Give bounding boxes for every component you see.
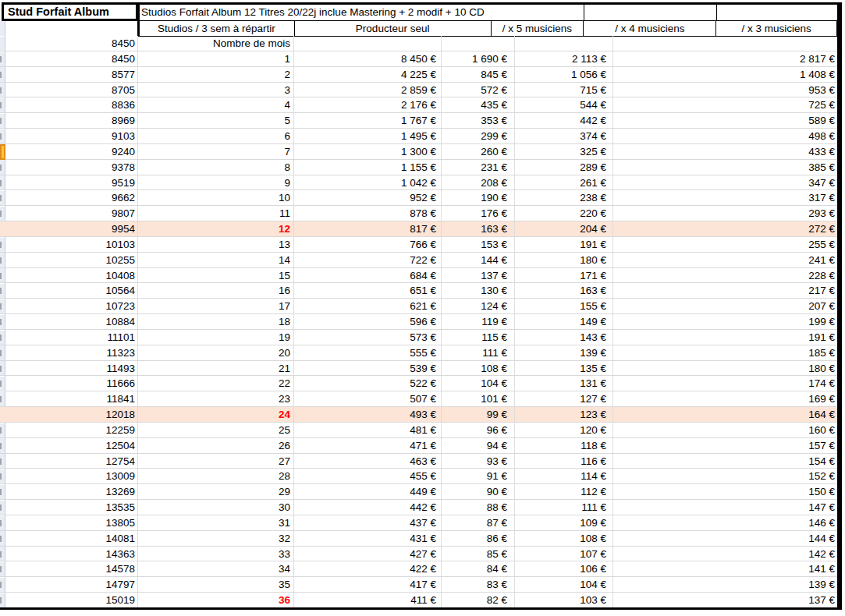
amount-cell[interactable]: 10408 <box>0 268 138 283</box>
amount-cell[interactable]: 13269 <box>0 484 138 499</box>
x5-cell[interactable]: 176 € <box>442 206 515 221</box>
month-cell[interactable]: 35 <box>138 577 294 592</box>
amount-cell[interactable]: 10255 <box>0 253 138 267</box>
month-cell[interactable]: 22 <box>138 376 294 391</box>
x5-cell[interactable]: 90 € <box>442 484 515 499</box>
x5-cell[interactable]: 845 € <box>442 67 515 82</box>
month-cell[interactable]: 26 <box>138 438 294 453</box>
x4-cell[interactable]: 135 € <box>515 361 613 376</box>
x4-cell[interactable]: 109 € <box>515 515 613 530</box>
x4-cell[interactable]: 1 056 € <box>515 67 613 82</box>
month-cell[interactable]: 15 <box>138 268 294 283</box>
x3-cell[interactable]: 147 € <box>613 500 837 515</box>
month-cell[interactable]: 28 <box>138 469 294 483</box>
x5-cell[interactable]: 104 € <box>442 376 515 391</box>
amount-cell[interactable]: 14578 <box>0 561 138 576</box>
x5-cell[interactable]: 144 € <box>442 253 515 267</box>
month-cell[interactable]: 32 <box>138 531 294 546</box>
producer-cell[interactable]: 766 € <box>294 237 442 252</box>
x4-cell[interactable]: 442 € <box>515 113 613 128</box>
month-cell[interactable]: 17 <box>138 299 294 313</box>
month-cell[interactable]: 23 <box>138 391 294 406</box>
x5-cell[interactable]: 208 € <box>442 175 515 190</box>
amount-cell[interactable]: 8705 <box>0 83 138 97</box>
x5-cell[interactable]: 124 € <box>442 299 515 313</box>
month-cell[interactable]: 8 <box>138 160 294 175</box>
producer-cell[interactable]: 573 € <box>294 330 442 345</box>
x3-cell[interactable]: 137 € <box>613 593 837 607</box>
x4-cell[interactable]: 220 € <box>515 206 613 221</box>
x3-cell[interactable]: 589 € <box>613 113 837 128</box>
month-cell[interactable]: 14 <box>138 253 294 267</box>
x5-cell[interactable]: 115 € <box>442 330 515 345</box>
amount-cell[interactable]: 10884 <box>0 314 138 329</box>
producer-cell[interactable]: 437 € <box>294 515 442 530</box>
producer-cell[interactable]: 2 176 € <box>294 97 442 112</box>
x5-cell[interactable]: 1 690 € <box>442 51 515 66</box>
month-cell[interactable]: 21 <box>138 361 294 376</box>
x3-cell[interactable]: 228 € <box>613 268 837 283</box>
amount-cell[interactable]: 9807 <box>0 206 138 221</box>
x3-cell[interactable]: 164 € <box>613 407 837 422</box>
x4-cell[interactable]: 108 € <box>515 531 613 546</box>
month-cell[interactable]: 5 <box>138 113 294 128</box>
x4-cell[interactable]: 261 € <box>515 175 613 190</box>
x3-cell[interactable]: 152 € <box>613 469 837 483</box>
x4-cell[interactable]: 106 € <box>515 561 613 576</box>
corner-title-cell[interactable]: Stud Forfait Album <box>2 2 138 21</box>
x4-cell[interactable]: 114 € <box>515 469 613 483</box>
x3-cell[interactable]: 953 € <box>613 83 837 97</box>
x4-cell[interactable]: 111 € <box>515 500 613 515</box>
amount-cell[interactable]: 9954 <box>0 221 138 236</box>
x4-cell[interactable]: 123 € <box>515 407 613 422</box>
month-cell[interactable]: 6 <box>138 129 294 143</box>
empty-cell[interactable] <box>515 36 613 51</box>
producer-cell[interactable]: 455 € <box>294 469 442 483</box>
x5-cell[interactable]: 83 € <box>442 577 515 592</box>
base-amount-cell[interactable]: 8450 <box>0 36 138 51</box>
x3-cell[interactable]: 180 € <box>613 361 837 376</box>
x5-cell[interactable]: 260 € <box>442 144 515 159</box>
x5-cell[interactable]: 231 € <box>442 160 515 175</box>
month-cell[interactable]: 20 <box>138 345 294 360</box>
amount-cell[interactable]: 14363 <box>0 547 138 561</box>
month-cell[interactable]: 34 <box>138 561 294 576</box>
amount-cell[interactable]: 15019 <box>0 593 138 607</box>
x5-cell[interactable]: 572 € <box>442 83 515 97</box>
producer-cell[interactable]: 431 € <box>294 531 442 546</box>
producer-cell[interactable]: 417 € <box>294 577 442 592</box>
amount-cell[interactable]: 14797 <box>0 577 138 592</box>
x4-cell[interactable]: 163 € <box>515 283 613 298</box>
month-cell[interactable]: 13 <box>138 237 294 252</box>
month-cell[interactable]: 12 <box>138 221 294 236</box>
month-cell[interactable]: 9 <box>138 175 294 190</box>
producer-cell[interactable]: 621 € <box>294 299 442 313</box>
amount-cell[interactable]: 14081 <box>0 531 138 546</box>
x4-cell[interactable]: 155 € <box>515 299 613 313</box>
x3-cell[interactable]: 174 € <box>613 376 837 391</box>
x5-cell[interactable]: 91 € <box>442 469 515 483</box>
producer-cell[interactable]: 481 € <box>294 423 442 437</box>
header-x5-musiciens[interactable]: / x 5 musiciens <box>491 20 584 37</box>
amount-cell[interactable]: 11841 <box>0 391 138 406</box>
amount-cell[interactable]: 11493 <box>0 361 138 376</box>
x4-cell[interactable]: 238 € <box>515 190 613 205</box>
producer-cell[interactable]: 2 859 € <box>294 83 442 97</box>
x4-cell[interactable]: 289 € <box>515 160 613 175</box>
x5-cell[interactable]: 137 € <box>442 268 515 283</box>
amount-cell[interactable]: 11666 <box>0 376 138 391</box>
x5-cell[interactable]: 353 € <box>442 113 515 128</box>
x4-cell[interactable]: 715 € <box>515 83 613 97</box>
x3-cell[interactable]: 207 € <box>613 299 837 313</box>
header-x4-musiciens[interactable]: / x 4 musiciens <box>583 20 716 37</box>
producer-cell[interactable]: 4 225 € <box>294 67 442 82</box>
x3-cell[interactable]: 241 € <box>613 253 837 267</box>
x4-cell[interactable]: 191 € <box>515 237 613 252</box>
amount-cell[interactable]: 10723 <box>0 299 138 313</box>
month-cell[interactable]: 31 <box>138 515 294 530</box>
x5-cell[interactable]: 88 € <box>442 500 515 515</box>
x5-cell[interactable]: 299 € <box>442 129 515 143</box>
month-cell[interactable]: 16 <box>138 283 294 298</box>
empty-cell[interactable] <box>442 36 515 51</box>
main-title-cell[interactable]: Studios Forfait Album 12 Titres 20/22j i… <box>141 5 485 20</box>
